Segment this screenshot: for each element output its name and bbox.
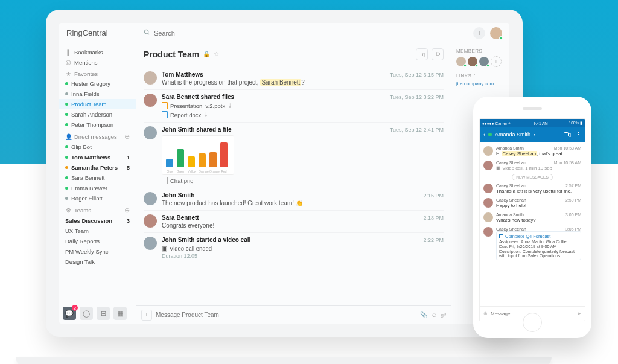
star-outline-icon[interactable]: ☆	[214, 51, 219, 57]
emoji-icon: 👏	[296, 200, 303, 206]
avatar[interactable]	[144, 126, 157, 139]
clip-icon[interactable]: 📎	[420, 311, 427, 318]
video-call-button[interactable]	[416, 48, 428, 60]
settings-button[interactable]: ⚙	[432, 48, 444, 60]
phone-composer[interactable]: ⊕ ➤	[480, 306, 585, 321]
avatar[interactable]	[144, 192, 157, 205]
message-item: John Smith started a video call2:22 PM ▣…	[144, 232, 444, 263]
sidebar-favorites-header[interactable]: ★Favorites	[59, 68, 136, 78]
more-icon[interactable]: ⋮	[576, 132, 581, 138]
profile-avatar[interactable]	[490, 27, 502, 39]
top-bar: RingCentral +	[59, 23, 509, 43]
back-icon[interactable]: ‹	[483, 132, 485, 138]
unread-badge: 5	[127, 165, 130, 171]
add-team-icon[interactable]: ⊕	[124, 206, 130, 214]
sidebar-team-4[interactable]: Design Talk	[59, 257, 136, 267]
chart-image[interactable]: BlueGreenYellowOrangeOrangeRed	[162, 135, 234, 175]
phone-conversation-title[interactable]: Amanda Smith	[495, 132, 530, 138]
task-desc: Description: Complete quarterly forecast…	[499, 249, 578, 258]
member-avatar[interactable]	[456, 57, 466, 66]
sidebar-team-3[interactable]: PM Weekly Sync	[59, 246, 136, 257]
sidebar-item-label: PM Weekly Sync	[65, 248, 109, 255]
task-card[interactable]: Complete Q4 Forecast Assignees: Anna Mar…	[496, 231, 581, 260]
sidebar-dm-2[interactable]: Samantha Peters5	[59, 162, 136, 173]
sidebar-item-label: Bookmarks	[74, 49, 103, 56]
avatar[interactable]	[483, 146, 493, 156]
presence-dot-icon	[488, 133, 492, 136]
message-text: What's new today?	[496, 217, 581, 223]
nav-more[interactable]: ⋯	[130, 307, 144, 320]
phone-message-item: Amanda Smith3:00 PMWhat's new today?	[483, 211, 581, 225]
sidebar-dm-0[interactable]: Glip Bot	[59, 142, 136, 152]
sidebar-dm-1[interactable]: Tom Matthews1	[59, 152, 136, 162]
sidebar-dm-5[interactable]: Roger Elliott	[59, 193, 136, 203]
presence-dot-icon	[65, 113, 68, 116]
file-attachment[interactable]: Presentation_v.2.pptx⭳	[162, 102, 444, 109]
search-input[interactable]	[154, 30, 466, 37]
phone-message-list[interactable]: Amanda SmithMon 10:53 AMHi Casey Sheehan…	[480, 142, 585, 306]
links-header[interactable]: LINKS ˅	[456, 73, 505, 78]
conversation-header: Product Team 🔒 ☆ ⚙	[136, 43, 451, 65]
sidebar-dm-header[interactable]: 👤Direct messages⊕	[59, 130, 136, 142]
avatar[interactable]	[144, 214, 157, 228]
add-member-button[interactable]: +	[491, 56, 502, 67]
sidebar-fav-0[interactable]: Hester Gregory	[59, 78, 136, 89]
mention[interactable]: Casey Sheehan	[502, 151, 537, 156]
sidebar-team-1[interactable]: UX Team	[59, 226, 136, 236]
sidebar-fav-2[interactable]: Product Team	[59, 99, 136, 109]
new-button[interactable]: +	[473, 27, 485, 39]
message-composer[interactable]: + 📎 ☺ gif	[136, 305, 451, 324]
composer-input[interactable]	[156, 311, 416, 318]
mention[interactable]: Sarah Bennett	[260, 79, 301, 86]
call-event: ▣Video call ended	[162, 245, 444, 252]
sidebar-fav-4[interactable]: Peter Thompson	[59, 120, 136, 130]
member-avatar[interactable]	[468, 57, 477, 66]
sidebar-item-label: Daily Reports	[65, 238, 100, 244]
nav-messages[interactable]: 💬2	[63, 307, 76, 320]
download-icon[interactable]: ⭳	[203, 112, 209, 118]
emoji-button[interactable]: ☺	[431, 311, 437, 318]
nav-calendar[interactable]: ▦	[113, 307, 127, 320]
add-icon[interactable]: ⊕	[483, 311, 488, 316]
sidebar-teams-header[interactable]: ⚙Teams⊕	[59, 203, 136, 216]
avatar[interactable]	[483, 184, 493, 193]
avatar[interactable]	[483, 212, 493, 222]
avatar[interactable]	[483, 227, 493, 237]
presence-dot-icon	[65, 176, 68, 179]
file-attachment[interactable]: Chat.png	[162, 177, 444, 184]
sidebar-team-2[interactable]: Daily Reports	[59, 236, 136, 246]
sidebar-fav-1[interactable]: Inna Fields	[59, 89, 136, 99]
phone-conversation-header: ‹ Amanda Smith ▸ ⋮	[480, 127, 585, 142]
phone-composer-input[interactable]	[491, 311, 574, 316]
checkbox-icon[interactable]	[499, 234, 503, 238]
sidebar-mentions[interactable]: @Mentions	[59, 57, 136, 68]
link-item[interactable]: jira.company.com	[456, 81, 505, 86]
sidebar-fav-3[interactable]: Sarah Anderson	[59, 109, 136, 120]
nav-contacts[interactable]: ◯	[80, 307, 93, 320]
download-icon[interactable]: ⭳	[228, 103, 233, 109]
members-header: MEMBERS	[456, 48, 505, 54]
chevron-right-icon[interactable]: ▸	[534, 132, 536, 137]
message-author: John Smith started a video call	[162, 237, 250, 243]
avatar[interactable]	[483, 198, 493, 208]
add-dm-icon[interactable]: ⊕	[124, 133, 130, 141]
avatar[interactable]	[144, 237, 157, 250]
video-icon[interactable]	[564, 132, 571, 138]
file-attachment[interactable]: Report.docx⭳	[162, 111, 444, 118]
send-icon[interactable]: ➤	[577, 311, 581, 316]
phone-screen: ●●●●● Carrier ᯤ 9:41 AM 100% ▮ ‹ Amanda …	[479, 118, 585, 321]
avatar[interactable]	[483, 161, 493, 170]
sidebar-dm-3[interactable]: Sara Bennett	[59, 173, 136, 183]
avatar[interactable]	[144, 71, 157, 85]
sidebar-bookmarks[interactable]: ❚Bookmarks	[59, 47, 136, 57]
member-avatar[interactable]	[479, 57, 489, 66]
sidebar-team-0[interactable]: Sales Discussion3	[59, 216, 136, 226]
avatar[interactable]	[144, 94, 157, 107]
sidebar-dm-4[interactable]: Emma Brewer	[59, 183, 136, 193]
event-duration: Duration 12:05	[162, 253, 444, 259]
sidebar-item-label: Sarah Anderson	[71, 111, 112, 118]
nav-tasks[interactable]: ⊟	[97, 307, 110, 320]
global-search[interactable]	[144, 29, 466, 37]
message-list[interactable]: Tom MatthewsTues, Sep 12 3:15 PM What is…	[136, 65, 451, 305]
gif-button[interactable]: gif	[441, 312, 446, 318]
